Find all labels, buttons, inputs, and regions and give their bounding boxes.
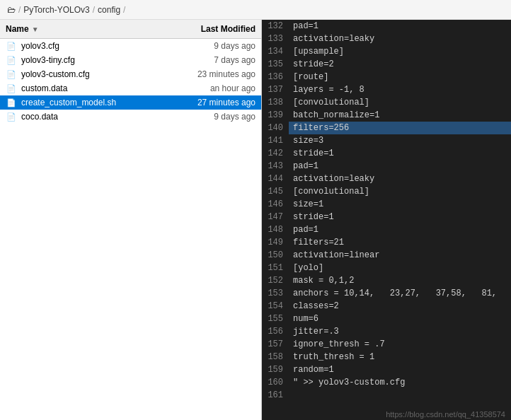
file-row[interactable]: 📄yolov3-custom.cfg23 minutes ago (0, 67, 261, 81)
line-code: [convolutional] (289, 96, 511, 109)
line-code: jitter=.3 (289, 325, 511, 338)
line-code: activation=linear (289, 249, 511, 262)
line-code: filters=256 (289, 122, 511, 134)
file-row[interactable]: 📄create_custom_model.sh27 minutes ago (0, 95, 261, 110)
code-line: 153anchors = 10,14, 23,27, 37,58, 81, (262, 287, 511, 300)
line-code: anchors = 10,14, 23,27, 37,58, 81, (289, 287, 511, 300)
line-code: truth_thresh = 1 (289, 351, 511, 363)
line-number: 134 (262, 45, 289, 58)
code-line: 157ignore_thresh = .7 (262, 338, 511, 351)
line-code: [convolutional] (289, 185, 511, 198)
file-modified: 9 days ago (169, 112, 261, 122)
folder-icon: 🗁 (7, 5, 16, 15)
line-number: 156 (262, 325, 289, 338)
code-line: 156jitter=.3 (262, 325, 511, 338)
file-modified: 9 days ago (169, 41, 261, 51)
code-line: 147stride=1 (262, 211, 511, 223)
line-code: stride=2 (289, 58, 511, 71)
line-number: 136 (262, 71, 289, 83)
line-number: 139 (262, 109, 289, 122)
sort-arrow-icon: ▼ (32, 25, 39, 33)
code-line: 136[route] (262, 71, 511, 83)
file-list: 📄yolov3.cfg9 days ago📄yolov3-tiny.cfg7 d… (0, 39, 261, 420)
line-code: pad=1 (289, 223, 511, 236)
file-name: yolov3.cfg (18, 41, 169, 51)
line-code: random=1 (289, 363, 511, 376)
line-code: ignore_thresh = .7 (289, 338, 511, 351)
header-modified[interactable]: Last Modified (162, 23, 261, 35)
line-number: 160 (262, 376, 289, 389)
file-modified: 23 minutes ago (169, 69, 261, 79)
line-number: 155 (262, 313, 289, 325)
code-content[interactable]: 132pad=1133activation=leaky134[upsample]… (262, 20, 511, 409)
code-panel: 132pad=1133activation=leaky134[upsample]… (262, 20, 511, 420)
file-name: coco.data (18, 112, 169, 122)
file-icon: 📄 (4, 42, 18, 51)
line-code: layers = -1, 8 (289, 83, 511, 96)
code-line: 133activation=leaky (262, 33, 511, 45)
breadcrumb-pytorchyolov3[interactable]: PyTorch-YOLOv3 (23, 5, 89, 15)
code-lines: 132pad=1133activation=leaky134[upsample]… (262, 20, 511, 402)
line-number: 132 (262, 20, 289, 33)
file-name: create_custom_model.sh (18, 98, 169, 107)
file-icon: 📄 (4, 56, 18, 65)
line-number: 142 (262, 147, 289, 160)
code-line: 146size=1 (262, 198, 511, 211)
file-modified: an hour ago (169, 83, 261, 93)
file-panel: Name ▼ Last Modified 📄yolov3.cfg9 days a… (0, 20, 262, 420)
line-code: [route] (289, 71, 511, 83)
code-line: 151[yolo] (262, 262, 511, 274)
line-number: 135 (262, 58, 289, 71)
line-code: stride=1 (289, 147, 511, 160)
line-number: 150 (262, 249, 289, 262)
file-name: custom.data (18, 83, 169, 93)
line-number: 144 (262, 173, 289, 185)
header-name[interactable]: Name ▼ (0, 23, 162, 35)
file-name: yolov3-custom.cfg (18, 69, 169, 79)
watermark: https://blog.csdn.net/qq_41358574 (262, 409, 511, 420)
line-number: 157 (262, 338, 289, 351)
line-code: size=3 (289, 134, 511, 147)
code-line: 149filters=21 (262, 236, 511, 249)
breadcrumb-config[interactable]: config (98, 5, 120, 15)
file-row[interactable]: 📄custom.dataan hour ago (0, 81, 261, 95)
line-code: batch_normalize=1 (289, 109, 511, 122)
line-number: 153 (262, 287, 289, 300)
code-line: 141size=3 (262, 134, 511, 147)
line-code: pad=1 (289, 20, 511, 33)
file-icon: 📄 (4, 84, 18, 93)
code-line: 137layers = -1, 8 (262, 83, 511, 96)
code-line: 142stride=1 (262, 147, 511, 160)
file-icon: 📄 (4, 98, 18, 107)
code-line: 150activation=linear (262, 249, 511, 262)
line-number: 141 (262, 134, 289, 147)
file-modified: 7 days ago (169, 55, 261, 65)
file-row[interactable]: 📄yolov3.cfg9 days ago (0, 39, 261, 53)
line-code: classes=2 (289, 300, 511, 313)
code-line: 154classes=2 (262, 300, 511, 313)
code-line: 148pad=1 (262, 223, 511, 236)
line-number: 133 (262, 33, 289, 45)
line-code: pad=1 (289, 160, 511, 173)
file-name: yolov3-tiny.cfg (18, 55, 169, 65)
line-number: 158 (262, 351, 289, 363)
line-number: 151 (262, 262, 289, 274)
line-number: 159 (262, 363, 289, 376)
line-number: 146 (262, 198, 289, 211)
code-line: 155num=6 (262, 313, 511, 325)
code-line: 138[convolutional] (262, 96, 511, 109)
code-line: 161 (262, 389, 511, 402)
file-row[interactable]: 📄coco.data9 days ago (0, 110, 261, 124)
line-number: 138 (262, 96, 289, 109)
code-line: 152mask = 0,1,2 (262, 274, 511, 287)
line-number: 137 (262, 83, 289, 96)
file-row[interactable]: 📄yolov3-tiny.cfg7 days ago (0, 53, 261, 67)
line-number: 140 (262, 122, 289, 134)
line-number: 149 (262, 236, 289, 249)
line-code (289, 389, 511, 402)
code-line: 132pad=1 (262, 20, 511, 33)
line-number: 147 (262, 211, 289, 223)
line-code: activation=leaky (289, 173, 511, 185)
line-code: [upsample] (289, 45, 511, 58)
line-number: 154 (262, 300, 289, 313)
